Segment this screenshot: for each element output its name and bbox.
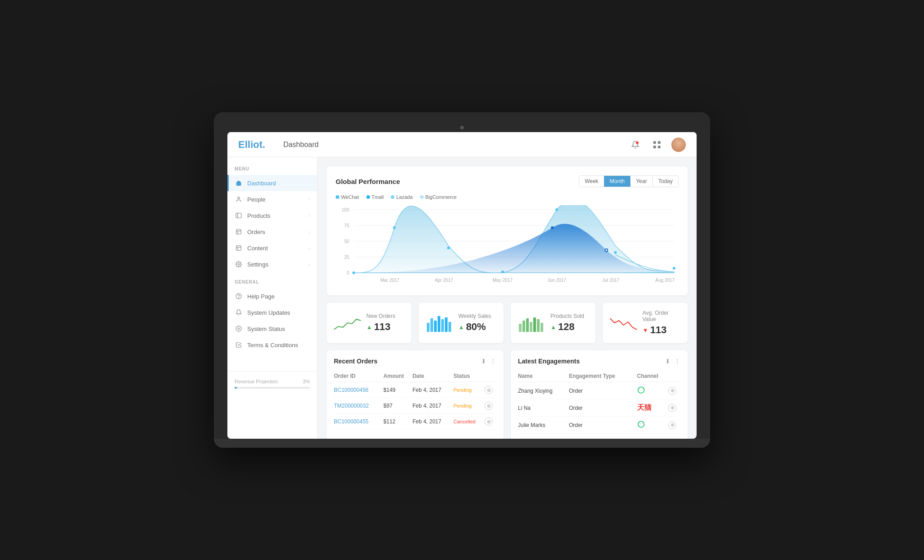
period-year-button[interactable]: Year bbox=[631, 176, 653, 187]
stat-value: 128 bbox=[558, 321, 575, 333]
logo-dot: . bbox=[263, 139, 265, 150]
table-row: Li Na Order 天猫 ⊕ bbox=[518, 399, 680, 417]
expand-icon[interactable]: ⊕ bbox=[485, 386, 493, 394]
table-row: Julie Marks Order ⊕ bbox=[518, 417, 680, 434]
avatar[interactable] bbox=[671, 138, 686, 152]
notification-bell-icon[interactable] bbox=[628, 138, 642, 152]
sidebar-item-content[interactable]: Content › bbox=[227, 240, 317, 256]
products-icon bbox=[235, 211, 243, 220]
sidebar-item-status[interactable]: System Status bbox=[227, 321, 317, 337]
stat-label: Avg. Order Value bbox=[642, 310, 680, 322]
legend-bigcommerce: BigCommerce bbox=[420, 194, 457, 200]
svg-point-32 bbox=[501, 271, 504, 273]
svg-rect-47 bbox=[438, 316, 440, 332]
engagement-type: Order bbox=[569, 399, 637, 417]
sidebar: MENU Dashboard bbox=[227, 157, 318, 439]
engagements-table: Name Engagement Type Channel Zhang Xiuyi… bbox=[518, 370, 680, 434]
order-id-link[interactable]: BC100000456 bbox=[334, 387, 369, 393]
orders-table: Order ID Amount Date Status bbox=[334, 370, 496, 430]
more-options-icon[interactable]: ⋮ bbox=[490, 358, 496, 365]
revenue-bar-fill bbox=[235, 387, 237, 389]
sidebar-item-dashboard[interactable]: Dashboard bbox=[227, 175, 317, 191]
period-today-button[interactable]: Today bbox=[653, 176, 678, 187]
expand-icon[interactable]: ⊕ bbox=[668, 404, 676, 412]
svg-point-29 bbox=[352, 271, 355, 274]
col-amount: Amount bbox=[383, 370, 412, 382]
svg-text:Mar 2017: Mar 2017 bbox=[380, 278, 400, 283]
sidebar-item-help[interactable]: Help Page bbox=[227, 288, 317, 304]
col-channel: Channel bbox=[637, 370, 669, 382]
svg-text:50: 50 bbox=[344, 239, 350, 244]
sidebar-item-terms[interactable]: Terms & Conditions bbox=[227, 337, 317, 353]
engagement-type: Order bbox=[569, 417, 637, 434]
order-id-link[interactable]: BC100000455 bbox=[334, 418, 369, 425]
order-amount: $149 bbox=[383, 382, 412, 398]
svg-rect-4 bbox=[658, 146, 661, 148]
svg-text:Aug 2017: Aug 2017 bbox=[656, 278, 675, 283]
table-row: BC100000455 $112 Feb 4, 2017 Cancelled ⊕ bbox=[334, 414, 496, 430]
download-icon[interactable]: ⬇ bbox=[481, 358, 486, 365]
sidebar-item-settings[interactable]: Settings › bbox=[227, 256, 317, 272]
svg-text:75: 75 bbox=[344, 223, 350, 228]
svg-rect-52 bbox=[522, 321, 525, 332]
svg-rect-48 bbox=[441, 319, 444, 332]
legend-tmall: Tmall bbox=[366, 194, 384, 200]
svg-rect-3 bbox=[653, 146, 656, 148]
expand-icon[interactable]: ⊕ bbox=[668, 387, 676, 395]
recent-orders-card: Recent Orders ⬇ ⋮ Order ID bbox=[327, 350, 504, 439]
stat-label: Weekly Sales bbox=[458, 313, 496, 319]
order-id-link[interactable]: TM200000032 bbox=[334, 403, 369, 409]
svg-rect-55 bbox=[533, 317, 536, 332]
wechat-channel-icon bbox=[637, 422, 645, 430]
expand-icon[interactable]: ⊕ bbox=[668, 421, 676, 429]
svg-rect-50 bbox=[448, 322, 451, 332]
grid-icon[interactable] bbox=[650, 138, 664, 152]
legend-dot bbox=[366, 195, 370, 199]
content-icon bbox=[235, 244, 243, 252]
products-sold-sparkline bbox=[518, 314, 545, 332]
sidebar-item-orders[interactable]: Orders › bbox=[227, 224, 317, 240]
svg-point-35 bbox=[673, 267, 675, 270]
settings-icon bbox=[235, 260, 243, 268]
tmall-channel-icon: 天猫 bbox=[637, 404, 651, 411]
legend-dot bbox=[391, 195, 394, 199]
person-name: Julie Marks bbox=[518, 417, 569, 434]
table-actions: ⬇ ⋮ bbox=[665, 358, 680, 365]
revenue-percent: 3% bbox=[303, 379, 310, 384]
svg-text:100: 100 bbox=[342, 207, 349, 212]
revenue-section: Revenue Projection 3% bbox=[227, 371, 317, 396]
performance-chart-card: Global Performance Week Month Year Today bbox=[327, 166, 688, 295]
expand-icon[interactable]: ⊕ bbox=[485, 402, 493, 410]
sidebar-item-label: People bbox=[247, 196, 265, 203]
topbar-icons bbox=[628, 138, 686, 152]
sidebar-item-updates[interactable]: System Updates bbox=[227, 304, 317, 321]
trend-down-icon: ▼ bbox=[642, 327, 648, 334]
svg-point-33 bbox=[555, 208, 558, 211]
svg-text:25: 25 bbox=[344, 255, 350, 260]
help-icon bbox=[235, 292, 243, 300]
main-area: MENU Dashboard bbox=[227, 157, 697, 439]
bottom-row: Recent Orders ⬇ ⋮ Order ID bbox=[327, 350, 688, 439]
svg-rect-49 bbox=[445, 317, 448, 332]
page-title: Dashboard bbox=[283, 141, 628, 149]
stats-row: New Orders ▲ 113 bbox=[327, 303, 688, 343]
period-month-button[interactable]: Month bbox=[604, 176, 630, 187]
col-name: Name bbox=[518, 370, 569, 382]
engagements-table-title: Latest Engagements bbox=[518, 358, 665, 365]
status-icon bbox=[235, 325, 243, 333]
status-badge: Pending bbox=[453, 387, 471, 393]
sidebar-item-label: Help Page bbox=[247, 293, 275, 300]
period-week-button[interactable]: Week bbox=[579, 176, 604, 187]
svg-rect-46 bbox=[434, 321, 437, 332]
stat-card-avg-order: Avg. Order Value ▼ 113 bbox=[603, 303, 688, 343]
more-options-icon[interactable]: ⋮ bbox=[674, 358, 680, 365]
person-name: Zhang Xiuying bbox=[518, 382, 569, 399]
svg-rect-8 bbox=[236, 230, 241, 234]
engagement-type: Order bbox=[569, 382, 637, 399]
expand-icon[interactable]: ⊕ bbox=[485, 418, 493, 426]
sidebar-item-products[interactable]: Products › bbox=[227, 207, 317, 224]
stat-label: Products Sold bbox=[550, 313, 588, 319]
legend-label: WeChat bbox=[341, 194, 359, 200]
download-icon[interactable]: ⬇ bbox=[665, 358, 670, 365]
sidebar-item-people[interactable]: People › bbox=[227, 191, 317, 207]
